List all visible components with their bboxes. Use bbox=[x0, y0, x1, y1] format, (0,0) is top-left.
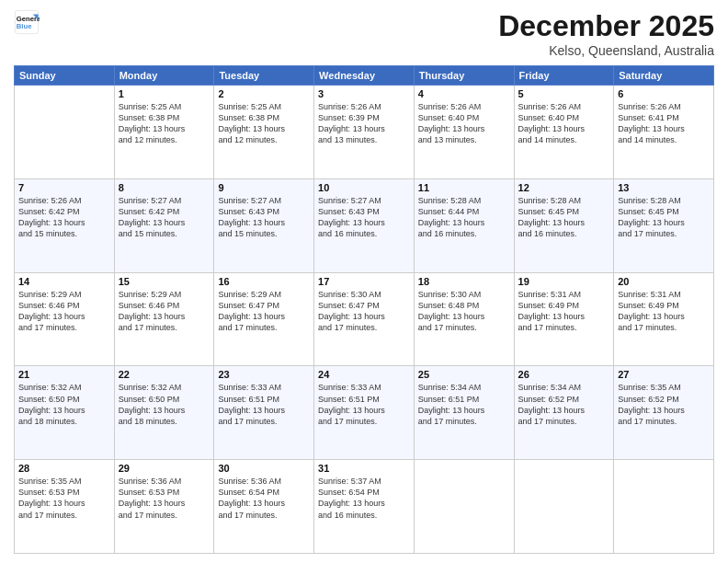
calendar-cell: 18Sunrise: 5:30 AM Sunset: 6:48 PM Dayli… bbox=[414, 272, 514, 366]
day-number: 6 bbox=[618, 88, 710, 99]
day-info: Sunrise: 5:26 AM Sunset: 6:39 PM Dayligh… bbox=[318, 101, 410, 146]
day-info: Sunrise: 5:34 AM Sunset: 6:52 PM Dayligh… bbox=[518, 382, 610, 427]
day-info: Sunrise: 5:36 AM Sunset: 6:54 PM Dayligh… bbox=[218, 476, 310, 521]
col-header-monday: Monday bbox=[114, 66, 214, 86]
calendar-table: SundayMondayTuesdayWednesdayThursdayFrid… bbox=[14, 65, 714, 554]
calendar-cell bbox=[514, 460, 614, 554]
month-title: December 2025 bbox=[498, 9, 714, 43]
col-header-wednesday: Wednesday bbox=[314, 66, 415, 86]
day-info: Sunrise: 5:25 AM Sunset: 6:38 PM Dayligh… bbox=[119, 101, 210, 146]
calendar-cell: 28Sunrise: 5:35 AM Sunset: 6:53 PM Dayli… bbox=[15, 460, 115, 554]
calendar-cell: 19Sunrise: 5:31 AM Sunset: 6:49 PM Dayli… bbox=[514, 272, 614, 366]
day-info: Sunrise: 5:33 AM Sunset: 6:51 PM Dayligh… bbox=[218, 382, 310, 427]
calendar-cell bbox=[15, 86, 115, 179]
calendar-cell: 3Sunrise: 5:26 AM Sunset: 6:39 PM Daylig… bbox=[314, 86, 415, 179]
day-number: 13 bbox=[618, 182, 710, 193]
calendar-cell: 15Sunrise: 5:29 AM Sunset: 6:46 PM Dayli… bbox=[114, 272, 214, 366]
col-header-friday: Friday bbox=[514, 66, 614, 86]
day-info: Sunrise: 5:34 AM Sunset: 6:51 PM Dayligh… bbox=[418, 382, 510, 427]
calendar-cell: 24Sunrise: 5:33 AM Sunset: 6:51 PM Dayli… bbox=[314, 366, 415, 460]
day-info: Sunrise: 5:28 AM Sunset: 6:45 PM Dayligh… bbox=[518, 195, 610, 240]
day-number: 29 bbox=[119, 463, 210, 474]
day-number: 25 bbox=[418, 369, 510, 380]
calendar-cell: 23Sunrise: 5:33 AM Sunset: 6:51 PM Dayli… bbox=[214, 366, 314, 460]
calendar-cell bbox=[614, 460, 714, 554]
title-block: December 2025 Kelso, Queensland, Austral… bbox=[498, 9, 714, 58]
calendar-cell: 6Sunrise: 5:26 AM Sunset: 6:41 PM Daylig… bbox=[614, 86, 714, 179]
calendar-cell: 22Sunrise: 5:32 AM Sunset: 6:50 PM Dayli… bbox=[114, 366, 214, 460]
day-info: Sunrise: 5:36 AM Sunset: 6:53 PM Dayligh… bbox=[119, 476, 210, 521]
calendar-cell: 14Sunrise: 5:29 AM Sunset: 6:46 PM Dayli… bbox=[15, 272, 115, 366]
calendar-cell bbox=[414, 460, 514, 554]
day-number: 23 bbox=[218, 369, 310, 380]
calendar-cell: 30Sunrise: 5:36 AM Sunset: 6:54 PM Dayli… bbox=[214, 460, 314, 554]
day-number: 30 bbox=[218, 463, 310, 474]
day-number: 17 bbox=[318, 276, 410, 287]
day-number: 12 bbox=[518, 182, 610, 193]
calendar-cell: 1Sunrise: 5:25 AM Sunset: 6:38 PM Daylig… bbox=[114, 86, 214, 179]
day-info: Sunrise: 5:35 AM Sunset: 6:52 PM Dayligh… bbox=[618, 382, 710, 427]
day-number: 16 bbox=[218, 276, 310, 287]
calendar-cell: 4Sunrise: 5:26 AM Sunset: 6:40 PM Daylig… bbox=[414, 86, 514, 179]
calendar-cell: 31Sunrise: 5:37 AM Sunset: 6:54 PM Dayli… bbox=[314, 460, 415, 554]
day-number: 5 bbox=[518, 88, 610, 99]
day-info: Sunrise: 5:26 AM Sunset: 6:42 PM Dayligh… bbox=[18, 195, 110, 240]
day-number: 14 bbox=[18, 276, 110, 287]
day-info: Sunrise: 5:31 AM Sunset: 6:49 PM Dayligh… bbox=[618, 289, 710, 334]
day-number: 7 bbox=[18, 182, 110, 193]
day-info: Sunrise: 5:35 AM Sunset: 6:53 PM Dayligh… bbox=[18, 476, 110, 521]
logo-icon: General Blue bbox=[14, 9, 40, 35]
day-info: Sunrise: 5:27 AM Sunset: 6:43 PM Dayligh… bbox=[218, 195, 310, 240]
day-number: 31 bbox=[318, 463, 410, 474]
calendar-cell: 5Sunrise: 5:26 AM Sunset: 6:40 PM Daylig… bbox=[514, 86, 614, 179]
location: Kelso, Queensland, Australia bbox=[498, 43, 714, 58]
page: General Blue December 2025 Kelso, Queens… bbox=[0, 0, 728, 563]
calendar-cell: 26Sunrise: 5:34 AM Sunset: 6:52 PM Dayli… bbox=[514, 366, 614, 460]
calendar-cell: 10Sunrise: 5:27 AM Sunset: 6:43 PM Dayli… bbox=[314, 178, 415, 272]
day-number: 27 bbox=[618, 369, 710, 380]
day-number: 1 bbox=[119, 88, 210, 99]
day-number: 10 bbox=[318, 182, 410, 193]
day-info: Sunrise: 5:30 AM Sunset: 6:48 PM Dayligh… bbox=[418, 289, 510, 334]
day-number: 20 bbox=[618, 276, 710, 287]
calendar-cell: 27Sunrise: 5:35 AM Sunset: 6:52 PM Dayli… bbox=[614, 366, 714, 460]
calendar-cell: 29Sunrise: 5:36 AM Sunset: 6:53 PM Dayli… bbox=[114, 460, 214, 554]
day-number: 21 bbox=[18, 369, 110, 380]
logo: General Blue bbox=[14, 9, 40, 35]
calendar-cell: 17Sunrise: 5:30 AM Sunset: 6:47 PM Dayli… bbox=[314, 272, 415, 366]
calendar-cell: 9Sunrise: 5:27 AM Sunset: 6:43 PM Daylig… bbox=[214, 178, 314, 272]
day-number: 4 bbox=[418, 88, 510, 99]
day-info: Sunrise: 5:25 AM Sunset: 6:38 PM Dayligh… bbox=[218, 101, 310, 146]
day-number: 19 bbox=[518, 276, 610, 287]
col-header-tuesday: Tuesday bbox=[214, 66, 314, 86]
calendar-cell: 8Sunrise: 5:27 AM Sunset: 6:42 PM Daylig… bbox=[114, 178, 214, 272]
calendar-cell: 13Sunrise: 5:28 AM Sunset: 6:45 PM Dayli… bbox=[614, 178, 714, 272]
day-info: Sunrise: 5:27 AM Sunset: 6:43 PM Dayligh… bbox=[318, 195, 410, 240]
day-number: 26 bbox=[518, 369, 610, 380]
calendar-cell: 16Sunrise: 5:29 AM Sunset: 6:47 PM Dayli… bbox=[214, 272, 314, 366]
calendar-cell: 20Sunrise: 5:31 AM Sunset: 6:49 PM Dayli… bbox=[614, 272, 714, 366]
day-info: Sunrise: 5:26 AM Sunset: 6:40 PM Dayligh… bbox=[418, 101, 510, 146]
day-number: 28 bbox=[18, 463, 110, 474]
day-info: Sunrise: 5:31 AM Sunset: 6:49 PM Dayligh… bbox=[518, 289, 610, 334]
day-info: Sunrise: 5:32 AM Sunset: 6:50 PM Dayligh… bbox=[119, 382, 210, 427]
calendar-cell: 25Sunrise: 5:34 AM Sunset: 6:51 PM Dayli… bbox=[414, 366, 514, 460]
day-info: Sunrise: 5:28 AM Sunset: 6:45 PM Dayligh… bbox=[618, 195, 710, 240]
day-info: Sunrise: 5:33 AM Sunset: 6:51 PM Dayligh… bbox=[318, 382, 410, 427]
col-header-sunday: Sunday bbox=[15, 66, 115, 86]
calendar-cell: 11Sunrise: 5:28 AM Sunset: 6:44 PM Dayli… bbox=[414, 178, 514, 272]
day-number: 18 bbox=[418, 276, 510, 287]
calendar-cell: 21Sunrise: 5:32 AM Sunset: 6:50 PM Dayli… bbox=[15, 366, 115, 460]
day-number: 11 bbox=[418, 182, 510, 193]
calendar-cell: 12Sunrise: 5:28 AM Sunset: 6:45 PM Dayli… bbox=[514, 178, 614, 272]
day-number: 9 bbox=[218, 182, 310, 193]
day-info: Sunrise: 5:30 AM Sunset: 6:47 PM Dayligh… bbox=[318, 289, 410, 334]
day-info: Sunrise: 5:29 AM Sunset: 6:46 PM Dayligh… bbox=[18, 289, 110, 334]
day-info: Sunrise: 5:26 AM Sunset: 6:40 PM Dayligh… bbox=[518, 101, 610, 146]
day-number: 15 bbox=[119, 276, 210, 287]
day-number: 22 bbox=[119, 369, 210, 380]
day-info: Sunrise: 5:28 AM Sunset: 6:44 PM Dayligh… bbox=[418, 195, 510, 240]
calendar-cell: 2Sunrise: 5:25 AM Sunset: 6:38 PM Daylig… bbox=[214, 86, 314, 179]
day-number: 24 bbox=[318, 369, 410, 380]
calendar-cell: 7Sunrise: 5:26 AM Sunset: 6:42 PM Daylig… bbox=[15, 178, 115, 272]
